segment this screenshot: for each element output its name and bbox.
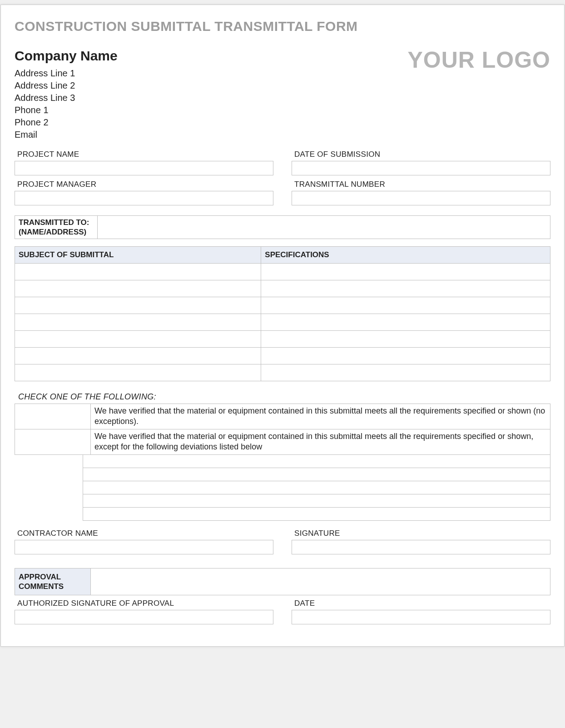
form-page: CONSTRUCTION SUBMITTAL TRANSMITTAL FORM … — [0, 5, 565, 647]
transmitted-to-label: TRANSMITTED TO: (NAME/ADDRESS) — [15, 216, 98, 239]
check-option-2-text: We have verified that the material or eq… — [91, 429, 550, 454]
deviation-lines — [83, 455, 550, 521]
form-title: CONSTRUCTION SUBMITTAL TRANSMITTAL FORM — [15, 19, 550, 34]
specs-cell[interactable] — [261, 264, 550, 280]
company-block: Company Name Address Line 1 Address Line… — [15, 47, 118, 141]
project-manager-input[interactable] — [15, 191, 273, 205]
transmittal-number-label: TRANSMITTAL NUMBER — [292, 179, 550, 191]
subject-cell[interactable] — [15, 348, 261, 364]
address-line-1: Address Line 1 — [15, 67, 118, 80]
table-row — [15, 264, 550, 280]
signature-input[interactable] — [292, 540, 550, 554]
company-name: Company Name — [15, 47, 118, 65]
date-label: DATE — [292, 598, 550, 610]
submittal-table: SUBJECT OF SUBMITTAL SPECIFICATIONS — [15, 246, 550, 381]
address-line-3: Address Line 3 — [15, 92, 118, 104]
deviation-line[interactable] — [83, 494, 550, 508]
logo-placeholder: YOUR LOGO — [407, 47, 550, 73]
check-table: We have verified that the material or eq… — [15, 404, 550, 455]
check-option-1-box[interactable] — [15, 404, 91, 429]
phone-1: Phone 1 — [15, 104, 118, 116]
transmitted-to-row: TRANSMITTED TO: (NAME/ADDRESS) — [15, 215, 550, 239]
specs-cell[interactable] — [261, 331, 550, 348]
email: Email — [15, 129, 118, 141]
approval-bar: APPROVAL COMMENTS — [15, 568, 550, 596]
specs-cell[interactable] — [261, 280, 550, 297]
row-authsig-date: AUTHORIZED SIGNATURE OF APPROVAL DATE — [15, 598, 550, 628]
contractor-name-input[interactable] — [15, 540, 273, 554]
project-name-label: PROJECT NAME — [15, 149, 273, 161]
subject-header: SUBJECT OF SUBMITTAL — [15, 247, 261, 264]
date-input[interactable] — [292, 610, 550, 624]
subject-cell[interactable] — [15, 264, 261, 280]
signature-label: SIGNATURE — [292, 528, 550, 540]
deviation-line[interactable] — [83, 481, 550, 494]
subject-cell[interactable] — [15, 297, 261, 314]
address-line-2: Address Line 2 — [15, 80, 118, 92]
specs-cell[interactable] — [261, 314, 550, 331]
table-row — [15, 314, 550, 331]
deviation-line[interactable] — [83, 468, 550, 481]
project-name-input[interactable] — [15, 161, 273, 175]
date-submission-input[interactable] — [292, 161, 550, 175]
table-row — [15, 331, 550, 348]
contractor-name-label: CONTRACTOR NAME — [15, 528, 273, 540]
specs-cell[interactable] — [261, 297, 550, 314]
approval-comments-input[interactable] — [91, 568, 550, 596]
project-manager-label: PROJECT MANAGER — [15, 179, 273, 191]
deviation-line[interactable] — [83, 508, 550, 521]
row-manager-transmittal: PROJECT MANAGER TRANSMITTAL NUMBER — [15, 179, 550, 209]
deviation-line[interactable] — [83, 455, 550, 468]
specifications-header: SPECIFICATIONS — [261, 247, 550, 264]
subject-cell[interactable] — [15, 280, 261, 297]
date-submission-label: DATE OF SUBMISSION — [292, 149, 550, 161]
phone-2: Phone 2 — [15, 116, 118, 129]
authorized-signature-label: AUTHORIZED SIGNATURE OF APPROVAL — [15, 598, 273, 610]
table-row — [15, 364, 550, 381]
row-contractor-signature: CONTRACTOR NAME SIGNATURE — [15, 528, 550, 558]
check-title: CHECK ONE OF THE FOLLOWING: — [18, 392, 550, 402]
approval-comments-label: APPROVAL COMMENTS — [15, 568, 91, 596]
transmittal-number-input[interactable] — [292, 191, 550, 205]
subject-cell[interactable] — [15, 364, 261, 381]
subject-cell[interactable] — [15, 314, 261, 331]
table-row — [15, 348, 550, 364]
authorized-signature-input[interactable] — [15, 610, 273, 624]
row-project-date: PROJECT NAME DATE OF SUBMISSION — [15, 149, 550, 179]
check-option-1-text: We have verified that the material or eq… — [91, 404, 550, 429]
specs-cell[interactable] — [261, 364, 550, 381]
specs-cell[interactable] — [261, 348, 550, 364]
check-option-2-box[interactable] — [15, 429, 91, 454]
table-row — [15, 297, 550, 314]
transmitted-to-input[interactable] — [98, 216, 550, 239]
subject-cell[interactable] — [15, 331, 261, 348]
table-row — [15, 280, 550, 297]
header: Company Name Address Line 1 Address Line… — [15, 47, 550, 141]
